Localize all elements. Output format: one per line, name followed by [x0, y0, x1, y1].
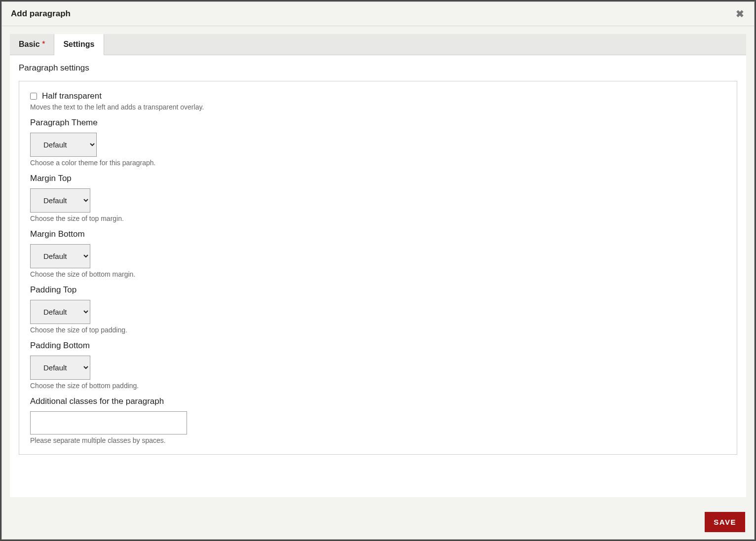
dialog-title: Add paragraph [11, 9, 71, 19]
tab-content-settings: Paragraph settings Half transparent Move… [10, 55, 746, 455]
additional-classes-help: Please separate multiple classes by spac… [30, 436, 726, 444]
field-half-transparent: Half transparent Moves the text to the l… [30, 91, 726, 111]
paragraph-theme-label: Paragraph Theme [30, 118, 726, 128]
half-transparent-label: Half transparent [42, 91, 102, 101]
dialog-header: Add paragraph ✖ [2, 2, 754, 26]
tab-basic[interactable]: Basic * [10, 34, 54, 55]
half-transparent-checkbox[interactable] [30, 93, 37, 100]
margin-bottom-help: Choose the size of bottom margin. [30, 270, 726, 278]
padding-bottom-select[interactable]: Default [30, 356, 90, 380]
margin-top-label: Margin Top [30, 174, 726, 183]
field-margin-top: Margin Top Default Choose the size of to… [30, 174, 726, 222]
field-margin-bottom: Margin Bottom Default Choose the size of… [30, 229, 726, 278]
half-transparent-help: Moves the text to the left and adds a tr… [30, 103, 726, 111]
field-additional-classes: Additional classes for the paragraph Ple… [30, 397, 726, 444]
close-icon: ✖ [736, 8, 744, 19]
tab-basic-label: Basic [19, 40, 40, 48]
paragraph-theme-select[interactable]: Default [30, 133, 97, 157]
settings-panel: Half transparent Moves the text to the l… [19, 81, 737, 455]
dialog-body: Basic * Settings Paragraph settings Half… [10, 34, 746, 497]
close-button[interactable]: ✖ [735, 9, 745, 19]
tab-settings-label: Settings [63, 40, 94, 48]
field-padding-top: Padding Top Default Choose the size of t… [30, 285, 726, 334]
section-title: Paragraph settings [19, 63, 737, 73]
padding-bottom-label: Padding Bottom [30, 341, 726, 351]
additional-classes-label: Additional classes for the paragraph [30, 397, 726, 406]
tabs: Basic * Settings [10, 34, 746, 55]
paragraph-theme-help: Choose a color theme for this paragraph. [30, 159, 726, 167]
padding-top-select[interactable]: Default [30, 300, 90, 324]
margin-top-select[interactable]: Default [30, 188, 90, 213]
additional-classes-input[interactable] [30, 411, 187, 434]
padding-top-label: Padding Top [30, 285, 726, 295]
add-paragraph-dialog: Add paragraph ✖ Basic * Settings Paragra… [1, 1, 755, 540]
tab-settings[interactable]: Settings [54, 34, 104, 55]
margin-bottom-label: Margin Bottom [30, 229, 726, 239]
required-indicator: * [42, 40, 45, 48]
padding-top-help: Choose the size of top padding. [30, 326, 726, 334]
field-padding-bottom: Padding Bottom Default Choose the size o… [30, 341, 726, 390]
dialog-footer: Save [2, 505, 754, 539]
field-paragraph-theme: Paragraph Theme Default Choose a color t… [30, 118, 726, 167]
margin-top-help: Choose the size of top margin. [30, 215, 726, 222]
margin-bottom-select[interactable]: Default [30, 244, 90, 268]
padding-bottom-help: Choose the size of bottom padding. [30, 382, 726, 390]
save-button[interactable]: Save [705, 512, 745, 532]
